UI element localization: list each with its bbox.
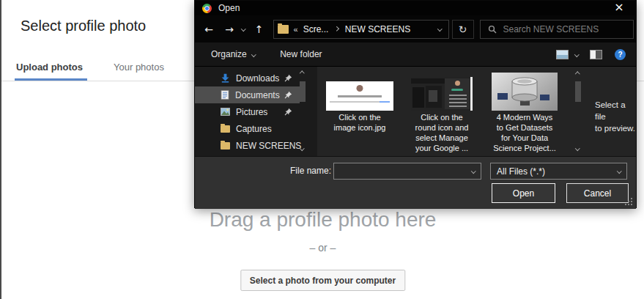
scroll-up-icon[interactable] [575, 72, 580, 76]
tab-your-photos[interactable]: Your photos [112, 59, 166, 75]
open-file-dialog: Open × ← → ↑ « Scre... NEW SCREENS ↻ [194, 0, 637, 208]
folder-icon [221, 142, 230, 150]
view-options-caret-icon[interactable] [574, 52, 579, 56]
file-type-combobox[interactable]: All Files (*.*) [490, 163, 627, 180]
breadcrumb-current[interactable]: NEW SCREENS [345, 24, 410, 34]
new-folder-button[interactable]: New folder [280, 49, 322, 59]
file-item-image-icon-jpg[interactable]: Click on the image icon.jpg [323, 67, 396, 133]
tab-bar: Upload photos Your photos [15, 59, 166, 75]
back-icon[interactable]: ← [201, 21, 217, 37]
sidebar-item-captures[interactable]: Captures [195, 120, 300, 137]
organize-caret-icon [251, 52, 256, 56]
file-name-combobox[interactable] [333, 163, 481, 180]
help-icon[interactable]: ? [615, 49, 626, 60]
file-thumbnail-white-page [326, 81, 393, 111]
folder-icon [221, 125, 230, 133]
drag-photo-hint: Drag a profile photo here [1, 208, 644, 232]
scroll-down-icon[interactable] [300, 146, 304, 150]
navigation-pane: Downloads Documents [195, 67, 317, 156]
sidebar-item-downloads[interactable]: Downloads [195, 70, 300, 86]
preview-pane-icon[interactable] [590, 50, 602, 59]
file-thumbnail-dark-ui [411, 77, 473, 111]
scrollbar-thumb[interactable] [575, 81, 581, 102]
file-name-label: File name: [290, 166, 331, 176]
pictures-icon [221, 108, 230, 116]
or-separator: – or – [1, 242, 644, 254]
up-icon[interactable]: ↑ [251, 21, 267, 37]
preview-pane: Select a file to preview. [587, 67, 637, 156]
pin-icon[interactable] [284, 74, 292, 82]
scroll-up-icon[interactable] [300, 71, 304, 75]
dialog-title: Open [218, 3, 240, 13]
search-input[interactable] [503, 24, 633, 34]
sidebar-item-pictures[interactable]: Pictures [195, 103, 300, 120]
downloads-icon [221, 73, 230, 83]
chrome-icon [202, 4, 212, 13]
thumbnail-view-icon[interactable] [556, 50, 569, 59]
preview-hint: Select a file to preview. [595, 99, 637, 134]
file-type-dropdown-icon[interactable] [617, 169, 621, 173]
dialog-navbar: ← → ↑ « Scre... NEW SCREENS ↻ [195, 15, 636, 43]
forward-icon[interactable]: → [221, 21, 237, 37]
page-title: Select profile photo [21, 18, 146, 34]
sidebar-scrollbar[interactable] [298, 67, 307, 156]
search-box[interactable] [480, 20, 634, 39]
pin-icon[interactable] [284, 108, 292, 116]
resize-grip[interactable] [631, 204, 632, 205]
file-name-input[interactable] [334, 166, 472, 177]
scroll-down-icon[interactable] [575, 146, 580, 150]
folder-icon [278, 25, 289, 34]
file-thumbnail-database-3d [492, 73, 558, 111]
address-dropdown-icon[interactable] [437, 26, 442, 31]
sidebar-item-new-screens[interactable]: NEW SCREENS [195, 137, 300, 154]
documents-icon [221, 90, 229, 100]
dialog-main: Downloads Documents [195, 67, 636, 156]
file-item-round-icon[interactable]: Click on the round icon and select Manag… [405, 67, 478, 153]
file-name-caption: Click on the round icon and select Manag… [415, 112, 469, 153]
select-photo-button[interactable]: Select a photo from your computer [240, 270, 405, 291]
open-button[interactable]: Open [492, 183, 555, 203]
new-folder-label: New folder [280, 49, 322, 59]
file-name-caption: 4 Modern Ways to Get Datasets for Your D… [493, 112, 556, 153]
scrollbar-thumb[interactable] [300, 81, 306, 102]
breadcrumb-parent[interactable]: Scre... [303, 24, 329, 34]
pin-icon[interactable] [284, 91, 292, 99]
file-name-caption: Click on the image icon.jpg [334, 112, 386, 133]
screen: Select profile photo Upload photos Your … [0, 0, 644, 299]
file-type-value: All Files (*.*) [491, 166, 618, 177]
dialog-titlebar[interactable]: Open × [195, 1, 636, 15]
organize-menu[interactable]: Organize [211, 49, 255, 59]
cancel-button[interactable]: Cancel [566, 183, 629, 203]
dialog-toolbar: Organize New folder ? [195, 43, 636, 67]
tab-upload-photos[interactable]: Upload photos [15, 59, 84, 75]
breadcrumb-separator-icon[interactable] [334, 26, 338, 31]
close-icon[interactable]: × [608, 1, 630, 15]
history-chevron-icon[interactable] [241, 26, 245, 31]
file-name-dropdown-icon[interactable] [471, 169, 475, 173]
file-list: Click on the image icon.jpg Click on the… [317, 67, 573, 156]
organize-label: Organize [211, 49, 247, 59]
refresh-icon[interactable]: ↻ [452, 20, 474, 39]
breadcrumb-overflow[interactable]: « [294, 25, 298, 34]
sidebar-item-documents[interactable]: Documents [195, 86, 300, 103]
file-list-scrollbar[interactable] [573, 67, 583, 156]
address-bar[interactable]: « Scre... NEW SCREENS [273, 20, 449, 39]
dialog-footer: File name: All Files (*.*) Open Cancel [195, 156, 636, 209]
search-icon [488, 25, 497, 34]
file-item-datasets[interactable]: 4 Modern Ways to Get Datasets for Your D… [488, 67, 561, 153]
